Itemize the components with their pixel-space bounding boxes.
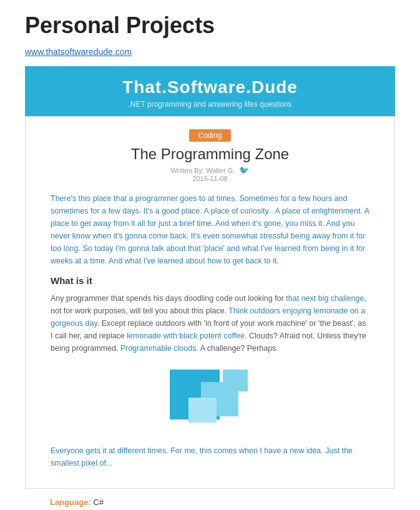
pixel-image: [51, 363, 369, 436]
article-section: Coding The Programming Zone Written By: …: [25, 116, 395, 489]
all-link: all: [137, 219, 145, 228]
caption-text: Everyone gets it at different times. For…: [51, 444, 369, 469]
what-is-it-heading: What is it: [51, 273, 369, 288]
coding-badge[interactable]: Coding: [189, 129, 230, 142]
banner: That.Software.Dude .NET programming and …: [25, 66, 395, 116]
challenge-link: that next big challenge: [286, 294, 364, 303]
article-title: The Programming Zone: [38, 145, 382, 163]
lemonade-link: lemonade with black potent coffee: [127, 331, 245, 340]
article-meta: Written By: Walter G. 🐦 2016-11-08: [38, 165, 382, 182]
article-intro: There's this place that a programmer goe…: [51, 192, 369, 267]
svg-rect-2: [188, 398, 217, 423]
banner-title: That.Software.Dude: [31, 77, 389, 97]
language-row: Language: C#: [50, 495, 370, 509]
enlightenment-link: enlightenment: [311, 207, 361, 215]
twitter-icon: 🐦: [239, 165, 249, 175]
curiosity-link: curiosity: [240, 207, 269, 215]
meta-section: Language: C# Framework: .NET 3.5 Databas…: [25, 489, 395, 510]
article-body: There's this place that a programmer goe…: [26, 186, 394, 482]
page-title: Personal Projects: [25, 12, 395, 39]
language-label: Language:: [50, 498, 91, 507]
think-link: Think outdoors enjoying lemonade on a go…: [51, 306, 365, 328]
language-value: C#: [91, 498, 104, 507]
article-header: Coding The Programming Zone Written By: …: [26, 117, 394, 186]
banner-subtitle: .NET programming and answering lifes que…: [31, 100, 389, 109]
author-label: Written By: Walter G.: [171, 167, 235, 174]
pixel-art-svg: [157, 363, 263, 432]
what-is-it-body: Any programmer that spends his days dood…: [51, 292, 369, 355]
article-date: 2016-11-08: [192, 175, 227, 182]
svg-rect-3: [223, 370, 248, 391]
website-link[interactable]: www.thatsoftwaredude.com: [25, 47, 132, 57]
programmable-link: Programmable clouds: [120, 344, 197, 353]
